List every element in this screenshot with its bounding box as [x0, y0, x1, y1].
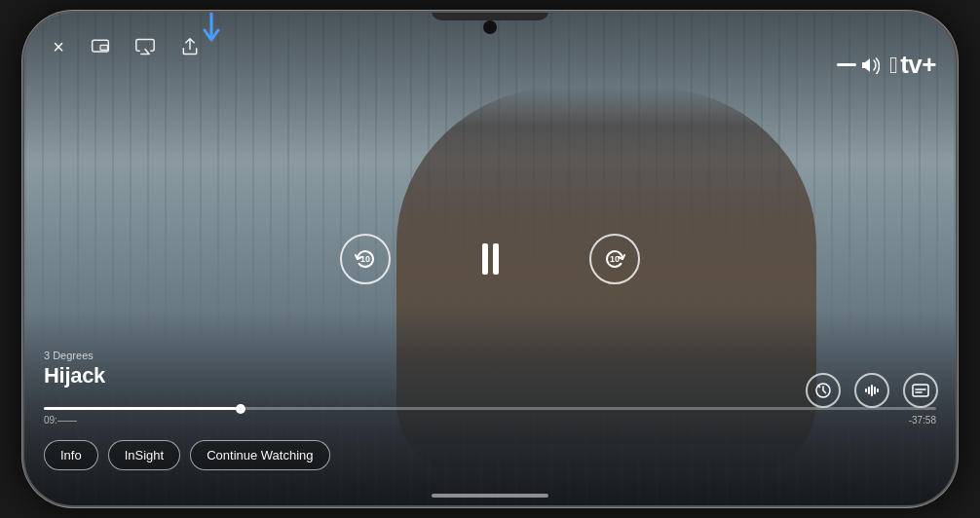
title-area: 3 Degrees Hijack [44, 350, 105, 388]
progress-container: 09:—— -37:58 [44, 407, 936, 426]
rewind-button[interactable]: 10 [340, 234, 391, 284]
pause-bar-left [482, 243, 488, 275]
pip-icon [91, 37, 110, 56]
center-controls: 10 10 [340, 234, 640, 284]
pause-button[interactable] [469, 238, 511, 280]
forward-button[interactable]: 10 [589, 234, 640, 284]
close-button[interactable]: × [44, 32, 73, 61]
ui-layer: × [24, 13, 956, 505]
audio-button[interactable] [854, 373, 889, 408]
subtitles-button[interactable] [903, 373, 938, 408]
home-indicator [432, 494, 548, 498]
share-icon [180, 37, 200, 56]
forward-label: 10 [610, 254, 620, 264]
volume-indicator [837, 56, 880, 74]
airplay-button[interactable] [132, 33, 159, 60]
apple-logo-icon:  [889, 52, 897, 79]
camera-notch [483, 20, 497, 34]
appletv-logo:  tv+ [889, 50, 936, 80]
volume-icon [860, 56, 880, 74]
audio-icon [863, 382, 881, 399]
pause-bar-right [493, 243, 499, 275]
svg-rect-8 [877, 388, 879, 392]
tv-plus-text: tv+ [900, 50, 936, 80]
svg-rect-4 [865, 388, 867, 392]
brand-area:  tv+ [837, 50, 936, 80]
remaining-time: -37:58 [909, 415, 936, 426]
share-button[interactable] [176, 33, 204, 60]
current-time: 09:—— [44, 415, 77, 426]
show-title: Hijack [44, 363, 105, 388]
volume-bar-track [837, 63, 856, 66]
top-controls: × [24, 32, 956, 61]
svg-rect-5 [868, 387, 870, 394]
side-button [22, 188, 24, 227]
right-controls [806, 373, 938, 408]
pip-button[interactable] [87, 33, 114, 60]
svg-rect-6 [871, 385, 873, 396]
progress-fill [44, 407, 241, 410]
info-button[interactable]: Info [44, 440, 98, 470]
progress-thumb [236, 404, 245, 414]
episode-label: 3 Degrees [44, 350, 105, 361]
subtitles-icon [912, 382, 929, 399]
time-labels: 09:—— -37:58 [44, 415, 936, 426]
continue-watching-button[interactable]: Continue Watching [190, 440, 329, 470]
insight-button[interactable]: InSight [108, 440, 180, 470]
top-icon-group [87, 33, 204, 60]
svg-rect-2 [100, 45, 108, 50]
speed-icon [814, 382, 832, 399]
bottom-buttons: Info InSight Continue Watching [44, 440, 330, 470]
speed-button[interactable] [806, 373, 841, 408]
airplay-icon [135, 37, 155, 56]
rewind-label: 10 [360, 254, 370, 264]
phone-frame: × [22, 11, 958, 507]
svg-rect-7 [874, 387, 876, 394]
svg-rect-9 [913, 385, 928, 396]
progress-track[interactable] [44, 407, 936, 410]
